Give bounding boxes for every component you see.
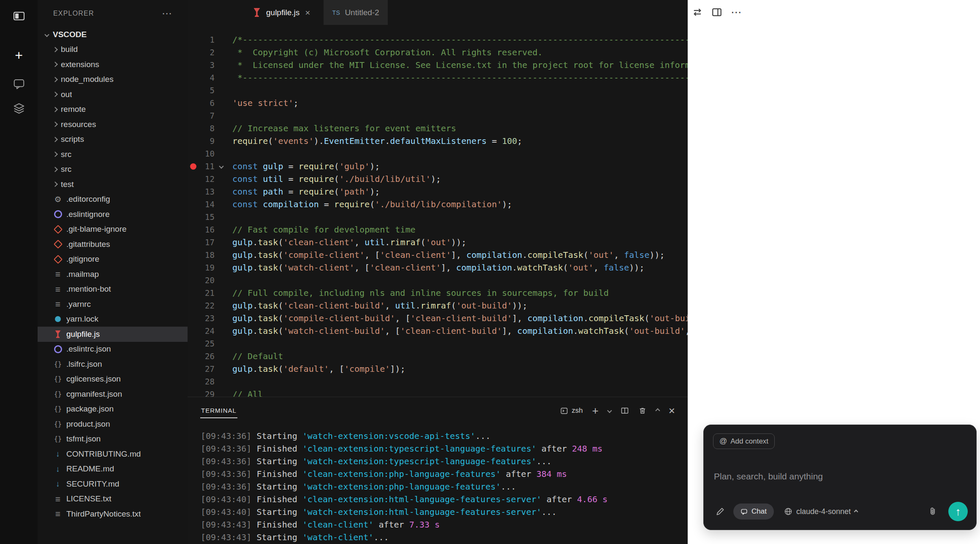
tree-item-label: resources [61,120,96,129]
split-editor-button[interactable] [710,5,724,19]
swap-arrows-icon [692,7,703,18]
new-chat-button[interactable] [9,46,29,66]
code-line[interactable]: 22gulp.task('clean-client-build', util.r… [188,299,688,312]
tree-file-.eslintignore[interactable]: .eslintignore [38,207,188,222]
tree-file-product.json[interactable]: product.json [38,417,188,432]
tree-folder-node_modules[interactable]: node_modules [38,72,188,87]
tree-file-.yarnrc[interactable]: .yarnrc [38,297,188,312]
code-line[interactable]: 21// Full compile, including nls and inl… [188,287,688,299]
tree-folder-remote[interactable]: remote [38,102,188,117]
sidebar-toggle-button[interactable] [8,5,30,27]
code-line[interactable]: 20 [188,274,688,287]
tree-file-cgmanifest.json[interactable]: cgmanifest.json [38,387,188,402]
tree-file-tsfmt.json[interactable]: tsfmt.json [38,432,188,447]
code-line[interactable]: 4 *-------------------------------------… [188,71,688,84]
tree-root-vscode[interactable]: VSCODE [38,27,188,42]
fold-chevron-icon[interactable] [219,164,223,168]
code-line[interactable]: 8// Increase max listeners for event emi… [188,122,688,135]
stack-button-activity[interactable] [12,101,26,116]
code-line[interactable]: 7 [188,109,688,122]
code-line[interactable]: 23gulp.task('compile-client-build', ['cl… [188,312,688,325]
terminal-dropdown-button[interactable] [608,409,611,412]
chat-button-activity[interactable] [12,77,26,91]
code-line[interactable]: 17gulp.task('clean-client', util.rimraf(… [188,236,688,249]
tree-file-yarn.lock[interactable]: yarn.lock [38,312,188,327]
close-panel-button[interactable] [669,405,675,416]
tree-file-README.md[interactable]: README.md [38,462,188,477]
tree-file-ThirdPartyNotices.txt[interactable]: ThirdPartyNotices.txt [38,506,188,522]
chat-mode-label: Chat [751,507,767,516]
tree-file-.gitignore[interactable]: .gitignore [38,252,188,267]
kill-terminal-button[interactable] [638,406,647,415]
send-button[interactable] [948,502,968,521]
tree-file-CONTRIBUTING.md[interactable]: CONTRIBUTING.md [38,447,188,462]
tab-untitled-2[interactable]: TS Untitled-2 [324,0,387,25]
chevron-right-icon [52,152,58,157]
code-line[interactable]: 25 [188,337,688,350]
tree-folder-build[interactable]: build [38,42,188,57]
edit-pen-button[interactable] [713,504,727,519]
code-line[interactable]: 10 [188,147,688,160]
code-line[interactable]: 29// All [188,388,688,397]
swap-editors-button[interactable] [690,5,705,19]
tree-file-gulpfile.js[interactable]: gulpfile.js [38,327,188,342]
tree-file-.editorconfig[interactable]: .editorconfig [38,192,188,207]
model-selector[interactable]: claude-4-sonnet [784,507,858,516]
tree-file-.mention-bot[interactable]: .mention-bot [38,282,188,297]
tree-folder-resources[interactable]: resources [38,117,188,132]
tree-file-.eslintrc.json[interactable]: .eslintrc.json [38,342,188,357]
close-icon[interactable]: × [304,8,311,17]
tree-file-package.json[interactable]: package.json [38,402,188,417]
code-line[interactable]: 28 [188,375,688,388]
code-line[interactable]: 5 [188,84,688,97]
code-line[interactable]: 16// Fast compile for development time [188,223,688,236]
tree-file-.lsifrc.json[interactable]: .lsifrc.json [38,357,188,372]
code-line[interactable]: 6'use strict'; [188,97,688,109]
more-actions-button[interactable] [729,5,743,19]
code-line[interactable]: 18gulp.task('compile-client', ['clean-cl… [188,249,688,261]
code-line[interactable]: 9require('events').EventEmitter.defaultM… [188,135,688,147]
tree-folder-src[interactable]: src [38,162,188,177]
chat-mode-button[interactable]: Chat [733,503,774,520]
paperclip-icon [928,507,937,516]
tree-file-.git-blame-ignore[interactable]: .git-blame-ignore [38,222,188,237]
maximize-panel-button[interactable] [656,409,659,412]
tree-folder-extensions[interactable]: extensions [38,57,188,72]
code-line[interactable]: 24gulp.task('watch-client-build', ['clea… [188,325,688,337]
code-editor[interactable]: 1/*-------------------------------------… [188,25,688,397]
code-line[interactable]: 1/*-------------------------------------… [188,33,688,46]
code-line[interactable]: 12const util = require('./build/lib/util… [188,173,688,185]
add-context-button[interactable]: Add context [713,433,775,449]
tree-folder-scripts[interactable]: scripts [38,132,188,147]
tree-file-SECURITY.md[interactable]: SECURITY.md [38,476,188,492]
code-line[interactable]: 27gulp.task('default', ['compile']); [188,363,688,375]
chat-input[interactable]: Plan, search, build anything [714,471,966,482]
tree-file-.mailmap[interactable]: .mailmap [38,267,188,282]
attach-button[interactable] [926,504,940,519]
tree-folder-out[interactable]: out [38,87,188,102]
code-line[interactable]: 19gulp.task('watch-client', ['clean-clie… [188,261,688,274]
shell-selector[interactable]: zsh [560,406,583,415]
tree-file-cglicenses.json[interactable]: cglicenses.json [38,372,188,387]
tree-folder-test[interactable]: test [38,177,188,192]
code-line[interactable]: 13const path = require('path'); [188,185,688,198]
tree-folder-src[interactable]: src [38,147,188,162]
code-line[interactable]: 26// Default [188,350,688,363]
code-line[interactable]: 11const gulp = require('gulp'); [188,160,688,173]
shell-name: zsh [572,406,583,415]
terminal-tab[interactable]: TERMINAL [200,403,237,418]
chevron-up-icon [655,408,660,413]
code-line[interactable]: 3 * Licensed under the MIT License. See … [188,59,688,71]
breakpoint-icon[interactable] [190,163,196,170]
new-terminal-button[interactable] [592,405,599,416]
tree-file-.gitattributes[interactable]: .gitattributes [38,237,188,252]
split-terminal-button[interactable] [621,406,629,415]
code-line[interactable]: 2 * Copyright (c) Microsoft Corporation.… [188,46,688,59]
explorer-more-button[interactable] [162,8,172,19]
code-line[interactable]: 15 [188,211,688,223]
code-line[interactable]: 14const compilation = require('./build/l… [188,198,688,211]
braces-icon [53,374,63,384]
tab-gulpfile-js[interactable]: gulpfile.js × [244,0,319,25]
tree-file-LICENSE.txt[interactable]: LICENSE.txt [38,492,188,507]
terminal-output[interactable]: [09:43:36] Starting 'watch-extension:vsc… [188,424,688,544]
